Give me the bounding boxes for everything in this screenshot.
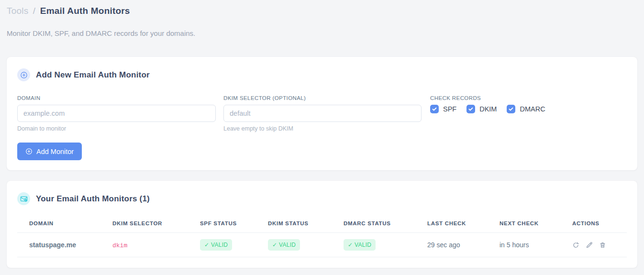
refresh-icon	[572, 242, 579, 249]
dmarc-status-badge: ✓ VALID	[344, 239, 376, 251]
breadcrumb: Tools / Email Auth Monitors	[7, 6, 637, 16]
check-records-group: CHECK RECORDS SPF DKIM	[429, 95, 627, 113]
monitor-dmarc-status: ✓ VALID	[332, 233, 415, 257]
delete-icon	[599, 242, 606, 249]
monitors-card-title: Your Email Auth Monitors (1)	[36, 194, 150, 204]
page-header: Tools / Email Auth Monitors Monitor DKIM…	[0, 0, 644, 37]
add-monitor-card: Add New Email Auth Monitor DOMAIN Domain…	[7, 57, 637, 170]
col-header-dkim-selector: DKIM SELECTOR	[100, 214, 188, 233]
dkim-checkbox[interactable]: DKIM	[466, 105, 497, 113]
check-icon[interactable]	[430, 105, 439, 113]
check-records-label: CHECK RECORDS	[430, 95, 627, 101]
monitor-dkim-selector: dkim	[100, 233, 188, 257]
monitor-spf-status: ✓ VALID	[188, 233, 256, 257]
col-header-spf-status: SPF STATUS	[188, 214, 256, 233]
monitors-card-header: Your Email Auth Monitors (1)	[17, 192, 627, 205]
check-records-options: SPF DKIM DMARC	[430, 105, 627, 113]
monitor-domain: statuspage.me	[17, 233, 100, 257]
col-header-last-check: LAST CHECK	[415, 214, 488, 233]
refresh-button[interactable]	[572, 242, 579, 249]
dkim-checkbox-label: DKIM	[479, 105, 497, 113]
spf-checkbox[interactable]: SPF	[430, 105, 456, 113]
table-row: statuspage.me dkim ✓ VALID ✓ VALID ✓ VAL…	[17, 233, 627, 257]
delete-button[interactable]	[599, 242, 606, 249]
breadcrumb-tools-link[interactable]: Tools	[7, 6, 28, 16]
edit-button[interactable]	[586, 242, 593, 249]
plus-circle-icon	[25, 148, 33, 155]
spf-status-badge: ✓ VALID	[200, 239, 232, 251]
check-icon[interactable]	[466, 105, 475, 113]
monitor-last-check: 29 sec ago	[415, 233, 488, 257]
add-monitor-form: DOMAIN Domain to monitor DKIM SELECTOR (…	[17, 95, 627, 132]
col-header-next-check: NEXT CHECK	[488, 214, 560, 233]
add-monitor-button-label: Add Monitor	[36, 148, 74, 155]
col-header-actions: ACTIONS	[560, 214, 627, 233]
page-title: Email Auth Monitors	[40, 6, 130, 16]
add-monitor-button[interactable]: Add Monitor	[17, 143, 82, 160]
breadcrumb-separator: /	[31, 6, 37, 16]
dkim-selector-field-group: DKIM SELECTOR (OPTIONAL) Leave empty to …	[223, 95, 422, 132]
table-header-row: DOMAIN DKIM SELECTOR SPF STATUS DKIM STA…	[17, 214, 627, 233]
page-subtitle: Monitor DKIM, SPF, and DMARC records for…	[7, 29, 637, 37]
col-header-domain: DOMAIN	[17, 214, 100, 233]
monitor-next-check: in 5 hours	[488, 233, 560, 257]
col-header-dmarc-status: DMARC STATUS	[332, 214, 415, 233]
add-monitor-card-title: Add New Email Auth Monitor	[36, 70, 150, 80]
domain-field-label: DOMAIN	[17, 95, 216, 101]
mail-check-icon	[17, 192, 30, 205]
dkim-selector-input[interactable]	[223, 105, 422, 122]
add-monitor-card-header: Add New Email Auth Monitor	[17, 68, 627, 81]
dkim-selector-code: dkim	[112, 242, 127, 249]
monitors-card: Your Email Auth Monitors (1) DOMAIN DKIM…	[7, 181, 637, 268]
monitor-actions	[560, 233, 627, 257]
dkim-selector-field-label: DKIM SELECTOR (OPTIONAL)	[223, 95, 422, 101]
spf-checkbox-label: SPF	[443, 105, 456, 113]
domain-input[interactable]	[17, 105, 216, 122]
check-icon[interactable]	[507, 105, 515, 113]
monitors-table: DOMAIN DKIM SELECTOR SPF STATUS DKIM STA…	[17, 214, 627, 257]
dmarc-checkbox-label: DMARC	[520, 105, 545, 113]
monitor-dkim-status: ✓ VALID	[256, 233, 332, 257]
dkim-status-badge: ✓ VALID	[268, 239, 300, 251]
edit-icon	[586, 242, 593, 249]
plus-circle-icon	[17, 68, 30, 81]
domain-field-helper: Domain to monitor	[17, 125, 216, 132]
domain-field-group: DOMAIN Domain to monitor	[17, 95, 216, 132]
col-header-dkim-status: DKIM STATUS	[256, 214, 332, 233]
dmarc-checkbox[interactable]: DMARC	[507, 105, 545, 113]
dkim-selector-field-helper: Leave empty to skip DKIM	[223, 125, 422, 132]
